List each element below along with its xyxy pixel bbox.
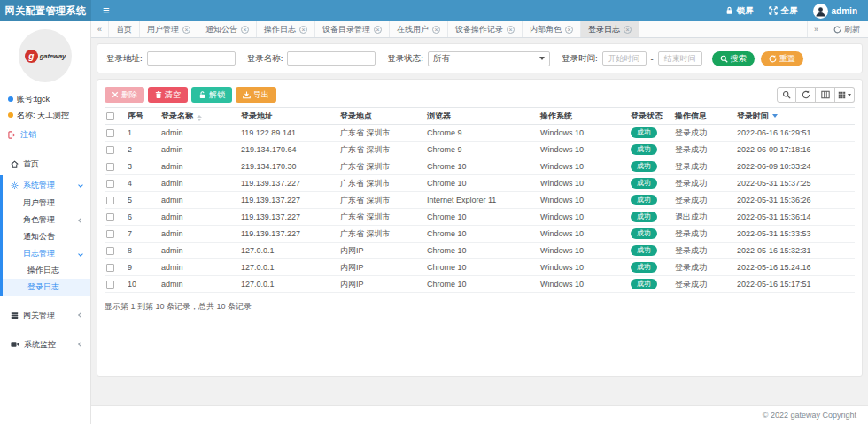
login-log-table: 序号 登录名称 登录地址 登录地点 浏览器 操作系统 登录状态 操作信息 登录时… [105,107,855,293]
table-row[interactable]: 8 admin 127.0.0.1 内网IP Chrome 10 Windows… [105,243,855,259]
cell-login-time: 2022-05-31 15:33:53 [735,226,855,243]
delete-button[interactable]: 删除 [105,87,144,103]
cell-login-name: admin [159,125,239,142]
tab-label: 通知公告 [205,24,237,35]
sidebar-item-system-monitor[interactable]: 系统监控 [0,335,90,354]
sidebar-toggle-icon[interactable]: ≡ [91,0,121,21]
row-checkbox[interactable] [106,163,114,171]
table-search-toggle-button[interactable] [777,87,796,103]
refresh-tab-button[interactable]: 刷新 [825,21,868,37]
clear-button[interactable]: 清空 [148,87,188,103]
sidebar-item-login-log[interactable]: 登录日志 [3,279,90,296]
row-checkbox[interactable] [106,230,114,238]
account-dot-icon [8,96,13,102]
sidebar-item-operation-log[interactable]: 操作日志 [3,262,90,279]
row-checkbox[interactable] [106,197,114,204]
status-badge: 成功 [631,144,657,156]
col-login-name[interactable]: 登录名称 [159,108,239,125]
cell-login-name: admin [159,209,239,226]
table-layout-dropdown-button[interactable] [835,87,855,103]
tab-close-icon[interactable]: × [182,26,190,34]
tab-item[interactable]: 通知公告 × [198,21,257,37]
table-row[interactable]: 5 admin 119.139.137.227 广东省 深圳市 Internet… [105,192,855,209]
unlock-button[interactable]: 解锁 [191,87,232,103]
table-row[interactable]: 10 admin 127.0.0.1 内网IP Chrome 10 Window… [105,276,855,293]
tab-item[interactable]: 用户管理 × [140,21,198,37]
row-checkbox[interactable] [106,264,114,272]
table-row[interactable]: 3 admin 219.134.170.30 广东省 深圳市 Chrome 10… [105,158,855,175]
app-title: 网关配置管理系统 [0,0,91,21]
tab-item[interactable]: 登录日志 × [581,21,639,37]
tab-item[interactable]: 设备操作记录 × [448,21,523,37]
tab-close-icon[interactable]: × [432,26,440,34]
tab-close-icon[interactable]: × [299,26,307,34]
cell-login-address: 119.139.137.227 [239,226,338,243]
tab-item[interactable]: 操作日志 × [257,21,315,37]
user-menu[interactable]: admin [813,4,857,19]
tabs-scroll-left-icon[interactable]: « [91,21,109,37]
end-time-input[interactable] [658,51,702,66]
logout-button[interactable]: 注销 [0,126,90,143]
tab-item[interactable]: 内部角色 × [523,21,581,37]
sidebar-item-role-management[interactable]: 角色管理 [3,212,90,228]
start-time-input[interactable] [602,51,647,66]
tab-close-icon[interactable]: × [624,26,632,34]
system-management-group: 系统管理 用户管理 角色管理 通知公告 日志管理 操作日志 登录日志 [0,175,90,296]
cell-login-name: admin [159,175,239,192]
cell-message: 退出成功 [673,209,735,226]
chevron-down-icon [78,251,83,257]
sidebar-item-notice[interactable]: 通知公告 [3,228,90,245]
tab-close-icon[interactable]: × [374,26,382,34]
tab-label: 设备操作记录 [455,24,503,35]
row-checkbox[interactable] [106,247,114,255]
cell-login-location: 广东省 深圳市 [338,209,425,226]
table-columns-button[interactable] [816,87,835,103]
fullscreen-button[interactable]: 全屏 [769,5,798,17]
col-login-time[interactable]: 登录时间 [735,108,855,125]
cell-login-address: 119.139.137.227 [239,175,338,192]
tab-label: 登录日志 [588,24,620,35]
table-row[interactable]: 4 admin 119.139.137.227 广东省 深圳市 Chrome 1… [105,175,855,192]
row-checkbox[interactable] [106,129,114,137]
row-checkbox[interactable] [106,281,114,289]
col-index: 序号 [126,108,159,125]
tab-close-icon[interactable]: × [565,26,573,34]
sidebar-item-gateway-management[interactable]: 网关管理 [0,305,90,325]
row-checkbox[interactable] [106,213,114,221]
row-checkbox[interactable] [106,180,114,188]
table-row[interactable]: 6 admin 119.139.137.227 广东省 深圳市 Chrome 1… [105,209,855,226]
table-row[interactable]: 2 admin 219.134.170.64 广东省 深圳市 Chrome 9 … [105,142,855,158]
status-badge: 成功 [631,195,657,206]
login-address-input[interactable] [147,51,236,66]
cell-browser: Chrome 10 [425,276,539,293]
col-login-location: 登录地点 [338,108,425,125]
sidebar-item-log-management[interactable]: 日志管理 [3,245,90,262]
cell-message: 登录成功 [673,276,735,293]
tab-close-icon[interactable]: × [241,26,249,34]
table-row[interactable]: 1 admin 119.122.89.141 广东省 深圳市 Chrome 9 … [105,125,855,142]
status-badge: 成功 [631,262,657,274]
sidebar-item-user-management[interactable]: 用户管理 [3,195,90,212]
tabs-scroll-right-icon[interactable]: » [807,21,825,37]
search-button[interactable]: 搜索 [712,51,755,66]
login-status-select[interactable]: 所有 [428,51,550,66]
tab-item[interactable]: 首页 [109,21,140,37]
table-row[interactable]: 9 admin 127.0.0.1 内网IP Chrome 10 Windows… [105,259,855,276]
tab-item[interactable]: 设备目录管理 × [315,21,390,37]
login-name-input[interactable] [287,51,376,66]
lock-screen-button[interactable]: 锁屏 [725,5,754,17]
cell-login-location: 广东省 深圳市 [338,226,425,243]
tab-close-icon[interactable]: × [507,26,515,34]
select-all-checkbox[interactable] [106,112,114,120]
sidebar-item-system-management[interactable]: 系统管理 [3,175,90,195]
table-refresh-button[interactable] [796,87,816,103]
cell-os: Windows 10 [539,226,629,243]
reset-button[interactable]: 重置 [761,51,803,66]
sidebar-item-home[interactable]: 首页 [0,154,90,173]
cell-login-name: admin [159,259,239,276]
login-time-label: 登录时间: [562,53,598,65]
tab-item[interactable]: 在线用户 × [390,21,448,37]
table-row[interactable]: 7 admin 119.139.137.227 广东省 深圳市 Chrome 1… [105,226,855,243]
row-checkbox[interactable] [106,146,114,154]
export-button[interactable]: 导出 [236,87,276,103]
